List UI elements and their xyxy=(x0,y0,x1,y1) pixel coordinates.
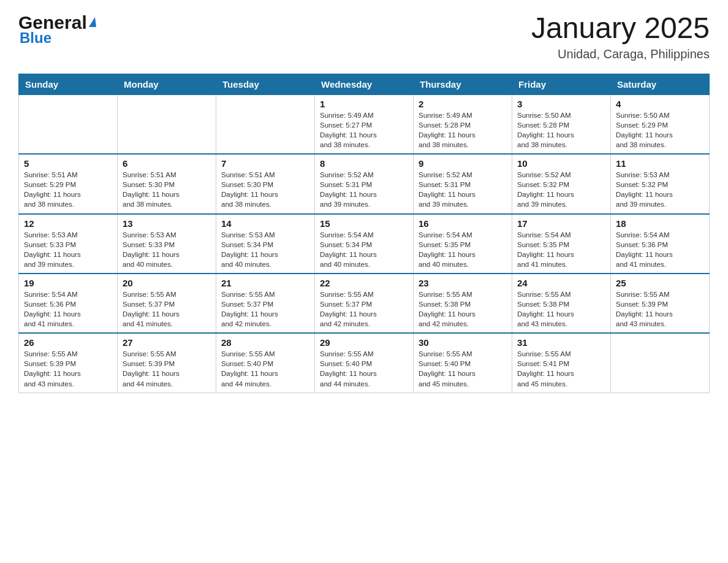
calendar-day-cell: 1Sunrise: 5:49 AM Sunset: 5:27 PM Daylig… xyxy=(315,94,414,154)
day-number: 7 xyxy=(221,158,309,169)
calendar-day-cell: 29Sunrise: 5:55 AM Sunset: 5:40 PM Dayli… xyxy=(315,333,414,393)
day-number: 24 xyxy=(517,278,605,288)
day-number: 12 xyxy=(24,218,112,229)
col-header-wednesday: Wednesday xyxy=(315,74,414,94)
month-title: January 2025 xyxy=(531,12,710,45)
calendar-day-cell xyxy=(118,94,216,154)
day-number: 28 xyxy=(221,337,309,348)
day-info: Sunrise: 5:55 AM Sunset: 5:40 PM Dayligh… xyxy=(221,349,309,388)
day-info: Sunrise: 5:51 AM Sunset: 5:30 PM Dayligh… xyxy=(123,170,211,209)
col-header-sunday: Sunday xyxy=(19,74,118,94)
day-info: Sunrise: 5:55 AM Sunset: 5:40 PM Dayligh… xyxy=(320,349,408,388)
calendar-day-cell: 15Sunrise: 5:54 AM Sunset: 5:34 PM Dayli… xyxy=(315,214,414,274)
day-info: Sunrise: 5:52 AM Sunset: 5:31 PM Dayligh… xyxy=(419,170,507,209)
day-number: 23 xyxy=(419,278,507,288)
day-info: Sunrise: 5:49 AM Sunset: 5:28 PM Dayligh… xyxy=(419,110,507,150)
location-title: Unidad, Caraga, Philippines xyxy=(531,47,710,61)
day-number: 11 xyxy=(616,158,704,169)
day-info: Sunrise: 5:54 AM Sunset: 5:34 PM Dayligh… xyxy=(320,230,408,269)
day-info: Sunrise: 5:54 AM Sunset: 5:35 PM Dayligh… xyxy=(517,230,605,269)
day-info: Sunrise: 5:55 AM Sunset: 5:41 PM Dayligh… xyxy=(517,349,605,388)
day-info: Sunrise: 5:55 AM Sunset: 5:40 PM Dayligh… xyxy=(419,349,507,388)
calendar-day-cell: 3Sunrise: 5:50 AM Sunset: 5:28 PM Daylig… xyxy=(512,94,611,154)
day-number: 17 xyxy=(517,218,605,229)
day-info: Sunrise: 5:55 AM Sunset: 5:39 PM Dayligh… xyxy=(616,289,704,329)
day-number: 5 xyxy=(24,158,112,169)
calendar-day-cell: 4Sunrise: 5:50 AM Sunset: 5:29 PM Daylig… xyxy=(611,94,710,154)
col-header-tuesday: Tuesday xyxy=(216,74,315,94)
day-info: Sunrise: 5:55 AM Sunset: 5:39 PM Dayligh… xyxy=(123,349,211,388)
col-header-saturday: Saturday xyxy=(611,74,710,94)
calendar-day-cell: 12Sunrise: 5:53 AM Sunset: 5:33 PM Dayli… xyxy=(19,214,118,274)
calendar-day-cell: 17Sunrise: 5:54 AM Sunset: 5:35 PM Dayli… xyxy=(512,214,611,274)
calendar-day-cell: 22Sunrise: 5:55 AM Sunset: 5:37 PM Dayli… xyxy=(315,274,414,333)
calendar-day-cell: 30Sunrise: 5:55 AM Sunset: 5:40 PM Dayli… xyxy=(414,333,512,393)
calendar-day-cell xyxy=(19,94,118,154)
day-info: Sunrise: 5:55 AM Sunset: 5:37 PM Dayligh… xyxy=(123,289,211,329)
calendar-day-cell: 20Sunrise: 5:55 AM Sunset: 5:37 PM Dayli… xyxy=(118,274,216,333)
day-number: 3 xyxy=(517,99,605,109)
calendar-day-cell xyxy=(611,333,710,393)
calendar-day-cell: 25Sunrise: 5:55 AM Sunset: 5:39 PM Dayli… xyxy=(611,274,710,333)
calendar-day-cell: 18Sunrise: 5:54 AM Sunset: 5:36 PM Dayli… xyxy=(611,214,710,274)
day-info: Sunrise: 5:55 AM Sunset: 5:38 PM Dayligh… xyxy=(419,289,507,329)
calendar-week-row: 19Sunrise: 5:54 AM Sunset: 5:36 PM Dayli… xyxy=(19,274,710,333)
calendar-day-cell: 5Sunrise: 5:51 AM Sunset: 5:29 PM Daylig… xyxy=(19,154,118,213)
calendar-day-cell: 19Sunrise: 5:54 AM Sunset: 5:36 PM Dayli… xyxy=(19,274,118,333)
calendar-day-cell: 11Sunrise: 5:53 AM Sunset: 5:32 PM Dayli… xyxy=(611,154,710,213)
calendar-header-row: SundayMondayTuesdayWednesdayThursdayFrid… xyxy=(19,74,710,94)
day-info: Sunrise: 5:55 AM Sunset: 5:38 PM Dayligh… xyxy=(517,289,605,329)
day-number: 14 xyxy=(221,218,309,229)
day-info: Sunrise: 5:53 AM Sunset: 5:33 PM Dayligh… xyxy=(123,230,211,269)
day-number: 8 xyxy=(320,158,408,169)
day-info: Sunrise: 5:55 AM Sunset: 5:37 PM Dayligh… xyxy=(221,289,309,329)
calendar-day-cell: 31Sunrise: 5:55 AM Sunset: 5:41 PM Dayli… xyxy=(512,333,611,393)
calendar-week-row: 5Sunrise: 5:51 AM Sunset: 5:29 PM Daylig… xyxy=(19,154,710,213)
calendar-table: SundayMondayTuesdayWednesdayThursdayFrid… xyxy=(18,74,710,393)
title-section: January 2025 Unidad, Caraga, Philippines xyxy=(531,12,710,61)
calendar-week-row: 1Sunrise: 5:49 AM Sunset: 5:27 PM Daylig… xyxy=(19,94,710,154)
col-header-friday: Friday xyxy=(512,74,611,94)
day-info: Sunrise: 5:50 AM Sunset: 5:29 PM Dayligh… xyxy=(616,110,704,150)
day-number: 27 xyxy=(123,337,211,348)
day-info: Sunrise: 5:52 AM Sunset: 5:31 PM Dayligh… xyxy=(320,170,408,209)
calendar-day-cell: 7Sunrise: 5:51 AM Sunset: 5:30 PM Daylig… xyxy=(216,154,315,213)
calendar-week-row: 26Sunrise: 5:55 AM Sunset: 5:39 PM Dayli… xyxy=(19,333,710,393)
day-number: 21 xyxy=(221,278,309,288)
logo-triangle-icon xyxy=(89,17,96,27)
calendar-day-cell xyxy=(216,94,315,154)
col-header-monday: Monday xyxy=(118,74,216,94)
day-number: 16 xyxy=(419,218,507,229)
day-number: 10 xyxy=(517,158,605,169)
calendar-day-cell: 10Sunrise: 5:52 AM Sunset: 5:32 PM Dayli… xyxy=(512,154,611,213)
day-number: 6 xyxy=(123,158,211,169)
col-header-thursday: Thursday xyxy=(414,74,512,94)
day-info: Sunrise: 5:49 AM Sunset: 5:27 PM Dayligh… xyxy=(320,110,408,150)
calendar-day-cell: 14Sunrise: 5:53 AM Sunset: 5:34 PM Dayli… xyxy=(216,214,315,274)
calendar-day-cell: 28Sunrise: 5:55 AM Sunset: 5:40 PM Dayli… xyxy=(216,333,315,393)
day-number: 22 xyxy=(320,278,408,288)
day-info: Sunrise: 5:53 AM Sunset: 5:32 PM Dayligh… xyxy=(616,170,704,209)
day-number: 25 xyxy=(616,278,704,288)
calendar-day-cell: 2Sunrise: 5:49 AM Sunset: 5:28 PM Daylig… xyxy=(414,94,512,154)
day-number: 30 xyxy=(419,337,507,348)
calendar-day-cell: 9Sunrise: 5:52 AM Sunset: 5:31 PM Daylig… xyxy=(414,154,512,213)
day-number: 4 xyxy=(616,99,704,109)
day-number: 1 xyxy=(320,99,408,109)
day-number: 2 xyxy=(419,99,507,109)
calendar-day-cell: 8Sunrise: 5:52 AM Sunset: 5:31 PM Daylig… xyxy=(315,154,414,213)
day-number: 26 xyxy=(24,337,112,348)
calendar-day-cell: 13Sunrise: 5:53 AM Sunset: 5:33 PM Dayli… xyxy=(118,214,216,274)
day-info: Sunrise: 5:54 AM Sunset: 5:36 PM Dayligh… xyxy=(24,289,112,329)
day-number: 29 xyxy=(320,337,408,348)
day-info: Sunrise: 5:55 AM Sunset: 5:37 PM Dayligh… xyxy=(320,289,408,329)
page-header: General Blue January 2025 Unidad, Caraga… xyxy=(18,12,710,61)
day-number: 19 xyxy=(24,278,112,288)
calendar-day-cell: 23Sunrise: 5:55 AM Sunset: 5:38 PM Dayli… xyxy=(414,274,512,333)
calendar-day-cell: 16Sunrise: 5:54 AM Sunset: 5:35 PM Dayli… xyxy=(414,214,512,274)
calendar-day-cell: 27Sunrise: 5:55 AM Sunset: 5:39 PM Dayli… xyxy=(118,333,216,393)
day-number: 9 xyxy=(419,158,507,169)
day-number: 18 xyxy=(616,218,704,229)
day-info: Sunrise: 5:55 AM Sunset: 5:39 PM Dayligh… xyxy=(24,349,112,388)
day-number: 13 xyxy=(123,218,211,229)
